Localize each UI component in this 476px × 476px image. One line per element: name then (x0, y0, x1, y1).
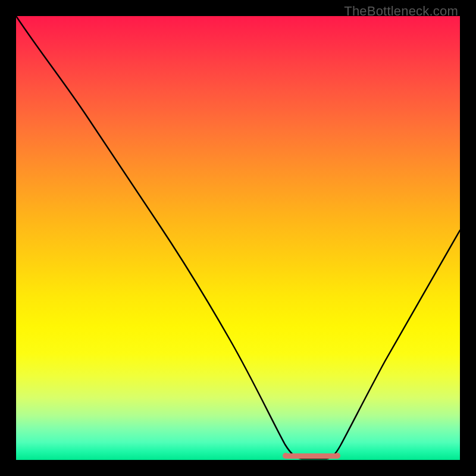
curve-svg (16, 16, 460, 460)
highlight-marker (284, 453, 339, 459)
chart-container: TheBottleneck.com (0, 0, 476, 476)
bottleneck-curve (16, 16, 460, 459)
plot-area (16, 16, 460, 460)
